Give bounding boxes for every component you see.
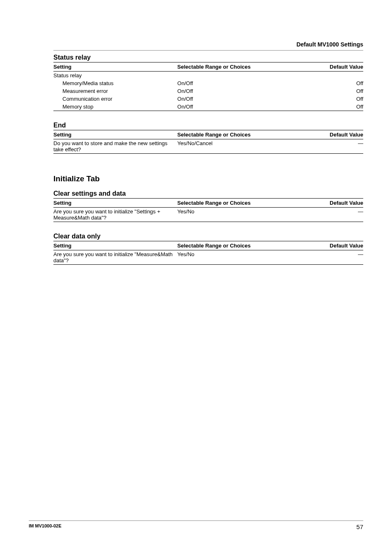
col-choices: Selectable Range or Choices: [178, 241, 302, 250]
cell-setting: Measurement error: [53, 87, 178, 95]
table-row: Communication error On/Off Off: [53, 95, 363, 103]
cell-choices: Yes/No/Cancel: [178, 139, 302, 154]
table-clear-data: Setting Selectable Range or Choices Defa…: [53, 241, 363, 265]
cell-default: Off: [301, 87, 363, 95]
col-choices: Selectable Range or Choices: [178, 130, 302, 139]
table-status-relay: Setting Selectable Range or Choices Defa…: [53, 62, 363, 111]
page-footer: IM MV1000-02E 57: [29, 520, 363, 530]
table-header-row: Setting Selectable Range or Choices Defa…: [53, 62, 363, 72]
cell-choices: On/Off: [178, 87, 302, 95]
cell-choices: On/Off: [178, 79, 302, 87]
tab-title: Initialize Tab: [53, 174, 363, 183]
cell-setting: Communication error: [53, 95, 178, 103]
col-default: Default Value: [301, 62, 363, 72]
table-row: Measurement error On/Off Off: [53, 87, 363, 95]
page-header-title: Default MV1000 Settings: [53, 41, 363, 48]
col-setting: Setting: [53, 241, 178, 250]
cell-default: Off: [301, 95, 363, 103]
section-title: End: [53, 122, 363, 129]
cell-default: Off: [301, 79, 363, 87]
table-header-row: Setting Selectable Range or Choices Defa…: [53, 241, 363, 250]
cell-choices: On/Off: [178, 95, 302, 103]
section-title: Clear data only: [53, 233, 363, 240]
table-row: Memory/Media status On/Off Off: [53, 79, 363, 87]
cell-choices: Yes/No: [178, 250, 302, 265]
cell-setting: Memory stop: [53, 103, 178, 111]
cell-setting: Do you want to store and make the new se…: [53, 139, 178, 154]
section-title: Clear settings and data: [53, 190, 363, 197]
table-row: Do you want to store and make the new se…: [53, 139, 363, 154]
section-clear-settings: Clear settings and data Setting Selectab…: [53, 190, 363, 222]
col-default: Default Value: [301, 199, 363, 208]
section-title: Status relay: [53, 54, 363, 61]
section-clear-data: Clear data only Setting Selectable Range…: [53, 233, 363, 265]
table-end: Setting Selectable Range or Choices Defa…: [53, 130, 363, 154]
cell-default: [301, 72, 363, 80]
table-header-row: Setting Selectable Range or Choices Defa…: [53, 199, 363, 208]
header-rule: [53, 50, 363, 51]
table-header-row: Setting Selectable Range or Choices Defa…: [53, 130, 363, 139]
doc-id: IM MV1000-02E: [29, 523, 61, 528]
cell-default: —: [301, 139, 363, 154]
col-setting: Setting: [53, 199, 178, 208]
col-choices: Selectable Range or Choices: [178, 199, 302, 208]
cell-choices: [178, 72, 302, 80]
cell-setting: Memory/Media status: [53, 79, 178, 87]
col-default: Default Value: [301, 241, 363, 250]
cell-choices: On/Off: [178, 103, 302, 111]
col-setting: Setting: [53, 62, 178, 72]
section-status-relay: Status relay Setting Selectable Range or…: [53, 54, 363, 111]
col-default: Default Value: [301, 130, 363, 139]
cell-default: —: [301, 250, 363, 265]
page-number: 57: [356, 523, 363, 530]
col-choices: Selectable Range or Choices: [178, 62, 302, 72]
cell-setting: Are you sure you want to initialize "Mea…: [53, 250, 178, 265]
cell-setting: Status relay: [53, 72, 178, 80]
table-row: Are you sure you want to initialize "Set…: [53, 208, 363, 222]
table-clear-settings: Setting Selectable Range or Choices Defa…: [53, 198, 363, 222]
section-end: End Setting Selectable Range or Choices …: [53, 122, 363, 154]
col-setting: Setting: [53, 130, 178, 139]
table-row: Memory stop On/Off Off: [53, 103, 363, 111]
cell-choices: Yes/No: [178, 208, 302, 222]
table-row: Status relay: [53, 72, 363, 80]
cell-setting: Are you sure you want to initialize "Set…: [53, 208, 178, 222]
table-row: Are you sure you want to initialize "Mea…: [53, 250, 363, 265]
cell-default: Off: [301, 103, 363, 111]
cell-default: —: [301, 208, 363, 222]
